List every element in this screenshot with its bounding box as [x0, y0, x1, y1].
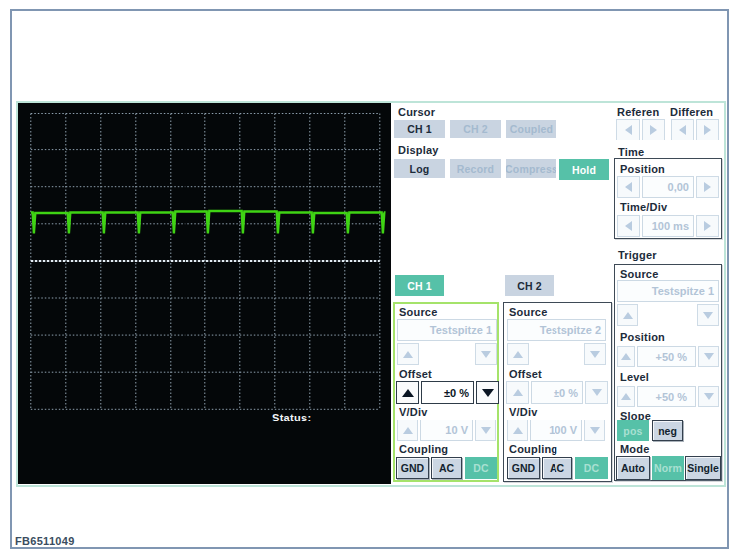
cursor-coupled-button[interactable]: Coupled [506, 120, 556, 138]
arrow-up-icon [402, 389, 414, 397]
ch1-select-button[interactable]: CH 1 [395, 275, 444, 296]
trigger-slope-neg-button[interactable]: neg [652, 420, 683, 441]
arrow-down-icon [481, 427, 491, 434]
trigger-source-value: Testspitze 1 [617, 280, 719, 302]
time-position-increase-button[interactable] [696, 176, 719, 198]
trigger-source-down-button[interactable] [697, 304, 719, 326]
time-timediv-label: Time/Div [620, 201, 667, 213]
trigger-level-down-button[interactable] [698, 386, 719, 407]
arrow-up-icon [513, 351, 523, 358]
ch1-coupling-label: Coupling [399, 443, 448, 455]
ch2-coupling-dc-button[interactable]: DC [575, 457, 608, 479]
trigger-source-label: Source [620, 268, 659, 280]
trigger-position-value: +50 % [637, 346, 696, 367]
ch2-vdiv-value: 100 V [530, 420, 582, 441]
ch2-source-up-button[interactable] [507, 343, 529, 365]
arrow-left-icon [625, 125, 632, 135]
ch1-source-value: Testspitze 1 [397, 319, 497, 341]
ch1-offset-label: Offset [399, 368, 432, 380]
arrow-left-icon [625, 221, 632, 231]
trigger-mode-label: Mode [620, 443, 650, 455]
trigger-level-label: Level [620, 371, 649, 383]
timediv-decrease-button[interactable] [617, 215, 640, 237]
ch1-coupling-gnd-button[interactable]: GND [396, 457, 429, 479]
arrow-down-icon [590, 427, 600, 434]
ch2-select-button[interactable]: CH 2 [505, 275, 554, 296]
cursor-ch1-button[interactable]: CH 1 [394, 120, 445, 138]
ch1-source-down-button[interactable] [475, 343, 497, 365]
timediv-increase-button[interactable] [696, 215, 719, 237]
time-position-label: Position [620, 163, 665, 175]
ch1-source-up-button[interactable] [397, 343, 419, 365]
arrow-up-icon [403, 351, 413, 358]
trigger-level-value: +50 % [637, 386, 696, 407]
arrow-up-icon [623, 312, 633, 319]
ch1-vdiv-value: 10 V [420, 420, 473, 441]
ch1-coupling-dc-button[interactable]: DC [465, 457, 497, 479]
trigger-slope-pos-button[interactable]: pos [617, 420, 649, 441]
arrow-up-icon [403, 427, 413, 434]
ch2-vdiv-label: V/Div [509, 406, 538, 418]
trigger-level-up-button[interactable] [617, 386, 635, 407]
ch2-vdiv-up-button[interactable] [507, 420, 528, 441]
figure-id-label: FB6511049 [15, 535, 75, 547]
ch2-coupling-gnd-button[interactable]: GND [507, 457, 540, 479]
oscilloscope-display: Status: [18, 103, 391, 484]
arrow-right-icon [704, 125, 711, 135]
display-compress-button[interactable]: Compress [506, 159, 556, 178]
timediv-value: 100 ms [642, 215, 694, 237]
ch1-offset-up-button[interactable] [396, 381, 419, 404]
status-label: Status: [272, 412, 311, 423]
ch2-offset-down-button[interactable] [585, 381, 608, 404]
difference-next-button[interactable] [696, 119, 719, 140]
ch2-source-label: Source [509, 306, 548, 318]
time-position-decrease-button[interactable] [617, 176, 640, 198]
ch1-source-label: Source [399, 306, 438, 318]
ch2-coupling-ac-button[interactable]: AC [542, 457, 572, 479]
ch2-offset-label: Offset [509, 368, 542, 380]
trigger-position-up-button[interactable] [617, 346, 635, 367]
ch2-vdiv-down-button[interactable] [584, 420, 605, 441]
ch2-offset-up-button[interactable] [506, 381, 529, 404]
ch2-offset-value: ±0 % [531, 381, 583, 404]
trigger-mode-norm-button[interactable]: Norm [652, 456, 684, 480]
arrow-up-icon [621, 393, 631, 400]
cursor-ch2-button[interactable]: CH 2 [450, 120, 501, 138]
arrow-up-icon [513, 389, 523, 396]
display-hold-button[interactable]: Hold [559, 159, 609, 180]
ch2-source-down-button[interactable] [584, 343, 606, 365]
trigger-section-label: Trigger [618, 249, 657, 261]
ch1-vdiv-label: V/Div [399, 406, 428, 418]
trigger-position-down-button[interactable] [698, 346, 719, 367]
time-section-label: Time [618, 146, 644, 158]
ch1-offset-down-button[interactable] [476, 381, 499, 404]
ch1-coupling-ac-button[interactable]: AC [431, 457, 462, 479]
display-log-button[interactable]: Log [394, 159, 445, 178]
difference-label: Differen [670, 106, 713, 118]
ch1-vdiv-down-button[interactable] [475, 420, 496, 441]
ch1-vdiv-up-button[interactable] [397, 420, 418, 441]
ch2-source-value: Testspitze 2 [507, 319, 606, 341]
difference-prev-button[interactable] [671, 119, 694, 140]
arrow-down-icon [703, 312, 713, 319]
arrow-right-icon [650, 125, 657, 135]
reference-next-button[interactable] [642, 119, 665, 140]
arrow-up-icon [621, 353, 631, 360]
reference-label: Referen [617, 106, 659, 118]
arrow-down-icon [592, 389, 602, 396]
arrow-right-icon [704, 221, 711, 231]
arrow-up-icon [513, 427, 523, 434]
reference-prev-button[interactable] [616, 119, 640, 140]
trigger-mode-single-button[interactable]: Single [685, 456, 721, 480]
arrow-left-icon [625, 182, 632, 192]
trigger-mode-auto-button[interactable]: Auto [616, 456, 650, 480]
arrow-down-icon [704, 393, 714, 400]
arrow-down-icon [482, 389, 494, 397]
ch2-coupling-label: Coupling [509, 443, 557, 455]
cursor-section-label: Cursor [398, 106, 435, 118]
trigger-position-label: Position [620, 331, 665, 343]
display-section-label: Display [398, 144, 439, 156]
display-record-button[interactable]: Record [450, 159, 501, 178]
waveform-plot [18, 103, 391, 484]
trigger-source-up-button[interactable] [617, 304, 638, 326]
